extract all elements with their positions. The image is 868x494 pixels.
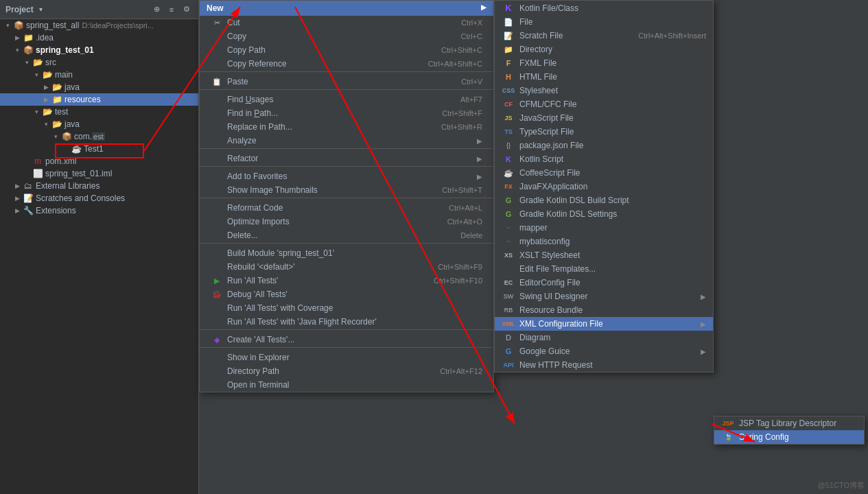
menu-show-explorer[interactable]: Show in Explorer (200, 351, 493, 364)
submenu-typescript[interactable]: TS TypeScript File (495, 125, 713, 139)
tree-item-resources[interactable]: ▶ 📁 resources (0, 93, 198, 106)
expand-arrow: ▾ (3, 22, 12, 29)
menu-label: Reformat Code (227, 203, 435, 213)
submenu-label: Scratch File (519, 31, 638, 40)
submenu-mybatis[interactable]: ~ mybatisconfig (495, 235, 713, 248)
submenu-edit-templates[interactable]: Edit File Templates... (495, 262, 713, 276)
submenu-google-guice[interactable]: G Google Guice ▶ (495, 344, 713, 358)
submenu-gradle-settings[interactable]: G Gradle Kotlin DSL Settings (495, 207, 713, 221)
jsp-icon: JSP (721, 420, 735, 427)
submenu-label: mapper (519, 223, 706, 233)
submenu-package-json[interactable]: {} package.json File (495, 139, 713, 152)
menu-copy-path[interactable]: Copy Path Ctrl+Shift+C (200, 43, 493, 57)
submenu-xslt[interactable]: XS XSLT Stylesheet (495, 248, 713, 262)
menu-find-path[interactable]: Find in Path... Ctrl+Shift+F (200, 106, 493, 120)
submenu-coffeescript[interactable]: ☕ CoffeeScript File (495, 166, 713, 180)
java-file-icon: ☕ (70, 144, 82, 154)
submenu-label: mybatisconfig (519, 237, 706, 246)
tree-label: src (45, 58, 56, 67)
menu-copy[interactable]: Copy Ctrl+C (200, 30, 493, 43)
submenu-scratch-file[interactable]: 📝 Scratch File Ctrl+Alt+Shift+Insert (495, 29, 713, 43)
submenu-jsp-tag[interactable]: JSP JSP Tag Library Descriptor (714, 416, 864, 430)
menu-label: Optimize Imports (227, 217, 434, 226)
submenu-mapper[interactable]: ~ mapper (495, 221, 713, 235)
menu-new-header[interactable]: New ▶ (200, 1, 493, 16)
submenu-stylesheet[interactable]: CSS Stylesheet (495, 84, 713, 97)
menu-label: Run 'All Tests' with 'Java Flight Record… (227, 317, 482, 327)
menu-add-favorites[interactable]: Add to Favorites ▶ (200, 169, 493, 183)
submenu-file[interactable]: 📄 File (495, 15, 713, 29)
submenu-kotlin-script[interactable]: K Kotlin Script (495, 152, 713, 166)
submenu-cfml[interactable]: CF CFML/CFC File (495, 97, 713, 111)
menu-analyze[interactable]: Analyze ▶ (200, 134, 493, 149)
menu-debug-tests[interactable]: 🐞 Debug 'All Tests' (200, 287, 493, 301)
tree-item-extensions[interactable]: ▶ 🔧 Extensions (0, 204, 198, 217)
panel-dropdown-arrow[interactable]: ▾ (39, 5, 43, 13)
menu-create-tests[interactable]: ◆ Create 'All Tests'... (200, 333, 493, 348)
menu-run-coverage[interactable]: Run 'All Tests' with Coverage (200, 301, 493, 315)
menu-rebuild[interactable]: Rebuild '<default>' Ctrl+Shift+F9 (200, 260, 493, 274)
submenu-resource-bundle[interactable]: RB Resource Bundle (495, 303, 713, 317)
menu-refactor[interactable]: Refactor ▶ (200, 152, 493, 167)
panel-collapse-icon[interactable]: ≡ (165, 3, 178, 16)
tree-item-spring-test-all[interactable]: ▾ 📦 spring_test_all D:\ideaProjects\spri… (0, 19, 198, 32)
submenu-directory[interactable]: 📁 Directory (495, 43, 713, 56)
submenu-spring-config[interactable]: 🍃 Spring Config (714, 430, 864, 444)
submenu-kotlin-file[interactable]: K Kotlin File/Class (495, 1, 713, 15)
menu-open-terminal[interactable]: Open in Terminal (200, 378, 493, 392)
tree-item-test[interactable]: ▾ 📂 test (0, 106, 198, 118)
maven-icon: m (32, 156, 44, 166)
menu-replace-path[interactable]: Replace in Path... Ctrl+Shift+R (200, 120, 493, 134)
tree-item-iml[interactable]: ⬜ spring_test_01.iml (0, 167, 198, 180)
cut-icon: ✂ (211, 19, 223, 27)
menu-reformat[interactable]: Reformat Code Ctrl+Alt+L (200, 201, 493, 215)
extensions-icon: 🔧 (22, 206, 34, 215)
submenu-swing[interactable]: SW Swing UI Designer ▶ (495, 290, 713, 303)
tree-item-scratches[interactable]: ▶ 📝 Scratches and Consoles (0, 192, 198, 204)
menu-cut[interactable]: ✂ Cut Ctrl+X (200, 16, 493, 30)
submenu-javafx[interactable]: FX JavaFXApplication (495, 180, 713, 193)
tree-item-idea[interactable]: ▶ 📁 .idea (0, 32, 198, 44)
menu-run-tests[interactable]: ▶ Run 'All Tests' Ctrl+Shift+F10 (200, 274, 493, 287)
tree-item-external-libs[interactable]: ▶ 🗂 External Libraries (0, 180, 198, 192)
tree-item-java-test[interactable]: ▾ 📂 java (0, 118, 198, 130)
menu-label: Cut (227, 18, 447, 27)
submenu-arrow: ▶ (481, 3, 486, 11)
tree-item-java-main[interactable]: ▶ 📂 java (0, 81, 198, 93)
submenu-fxml[interactable]: F FXML File (495, 56, 713, 70)
submenu-html[interactable]: H HTML File (495, 70, 713, 84)
menu-copy-reference[interactable]: Copy Reference Ctrl+Alt+Shift+C (200, 57, 493, 72)
submenu-editor-config[interactable]: EC EditorConfig File (495, 276, 713, 290)
tree-item-pom[interactable]: m pom.xml (0, 155, 198, 167)
menu-run-jfr[interactable]: Run 'All Tests' with 'Java Flight Record… (200, 315, 493, 330)
submenu-gradle-build[interactable]: G Gradle Kotlin DSL Build Script (495, 193, 713, 207)
expand-arrow: ▶ (41, 84, 51, 91)
shortcut: Ctrl+Shift+T (442, 186, 482, 194)
context-menu: New ▶ ✂ Cut Ctrl+X Copy Ctrl+C Copy Path… (199, 0, 494, 392)
menu-dir-path[interactable]: Directory Path Ctrl+Alt+F12 (200, 364, 493, 378)
menu-paste[interactable]: 📋 Paste Ctrl+V (200, 75, 493, 90)
menu-find-usages[interactable]: Find Usages Alt+F7 (200, 93, 493, 106)
tree-item-test1[interactable]: ☕ Test1 (0, 143, 198, 155)
file-icon: 📄 (502, 18, 515, 27)
menu-delete[interactable]: Delete... Delete (200, 228, 493, 244)
submenu-diagram[interactable]: D Diagram (495, 331, 713, 344)
tree-item-src[interactable]: ▾ 📂 src (0, 56, 198, 69)
menu-optimize[interactable]: Optimize Imports Ctrl+Alt+O (200, 215, 493, 228)
external-libs-icon: 🗂 (22, 181, 34, 191)
tree-label: Scratches and Consoles (36, 193, 125, 203)
submenu-xml-config[interactable]: XML XML Configuration File ▶ (495, 317, 713, 331)
submenu-http-request[interactable]: API New HTTP Request (495, 358, 713, 372)
submenu-javascript[interactable]: JS JavaScript File (495, 111, 713, 125)
tree-item-com[interactable]: ▾ 📦 com. est (0, 130, 198, 143)
menu-thumbnails[interactable]: Show Image Thumbnails Ctrl+Shift+T (200, 183, 493, 198)
expand-arrow: ▶ (12, 195, 22, 202)
submenu-label: Kotlin Script (519, 154, 706, 164)
mapper-icon: ~ (502, 224, 515, 232)
tree-label: test (55, 107, 68, 117)
tree-item-main[interactable]: ▾ 📂 main (0, 69, 198, 81)
panel-settings-icon[interactable]: ⚙ (180, 3, 193, 16)
tree-item-spring-test-01[interactable]: ▾ 📦 spring_test_01 (0, 44, 198, 56)
menu-build-module[interactable]: Build Module 'spring_test_01' (200, 246, 493, 260)
panel-locate-icon[interactable]: ⊕ (150, 3, 163, 16)
